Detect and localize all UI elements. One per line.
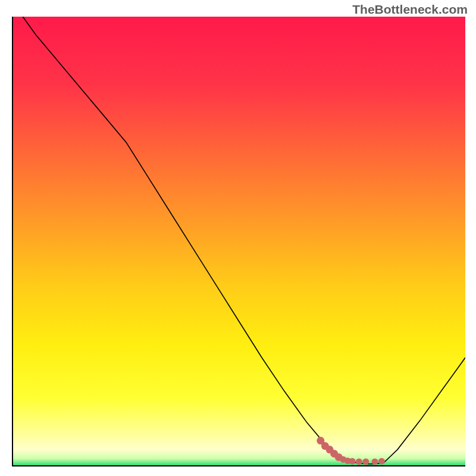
- highlight-dot: [372, 458, 378, 465]
- highlight-dot: [349, 458, 356, 465]
- highlight-dot: [362, 458, 369, 465]
- highlight-dots: [13, 17, 465, 465]
- watermark-text: TheBottleneck.com: [352, 2, 468, 17]
- chart-container: TheBottleneck.com: [0, 0, 476, 476]
- highlight-dot: [378, 458, 385, 465]
- plot-area: [12, 17, 465, 466]
- highlight-dot: [356, 458, 362, 465]
